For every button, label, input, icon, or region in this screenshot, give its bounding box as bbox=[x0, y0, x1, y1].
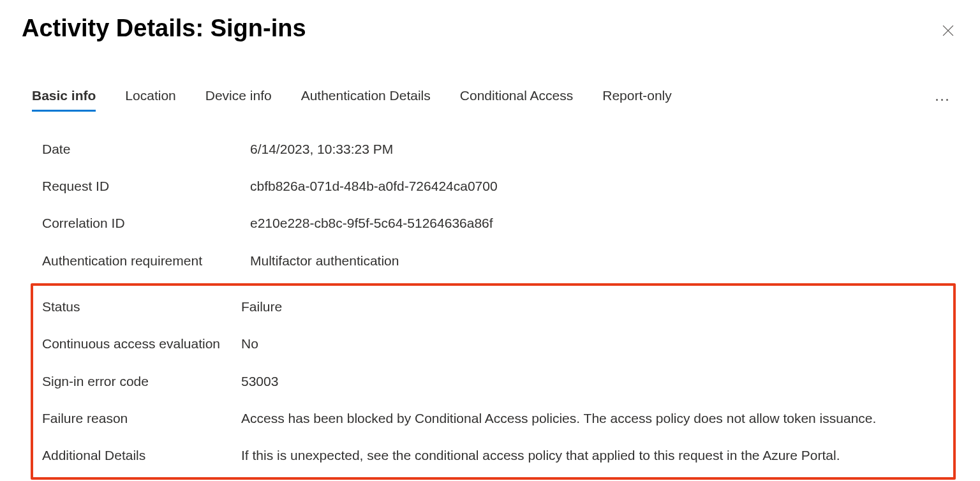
detail-row-date: Date 6/14/2023, 10:33:23 PM bbox=[42, 131, 946, 168]
detail-label: Correlation ID bbox=[42, 214, 250, 232]
detail-value: 6/14/2023, 10:33:23 PM bbox=[250, 140, 946, 158]
page-title: Activity Details: Sign-ins bbox=[22, 14, 306, 43]
ellipsis-icon bbox=[936, 99, 938, 101]
tab-device-info[interactable]: Device info bbox=[205, 88, 272, 112]
detail-row-auth-requirement: Authentication requirement Multifactor a… bbox=[42, 242, 946, 279]
detail-value: If this is unexpected, see the condition… bbox=[241, 447, 944, 464]
detail-value: e210e228-cb8c-9f5f-5c64-51264636a86f bbox=[250, 214, 946, 232]
detail-value: 53003 bbox=[241, 373, 944, 390]
activity-details-panel: Activity Details: Sign-ins Basic info Lo… bbox=[0, 0, 980, 481]
panel-header: Activity Details: Sign-ins bbox=[22, 14, 958, 43]
tab-authentication-details[interactable]: Authentication Details bbox=[301, 88, 431, 112]
detail-row-cae: Continuous access evaluation No bbox=[42, 325, 944, 362]
detail-value: Failure bbox=[241, 298, 944, 316]
tab-location[interactable]: Location bbox=[125, 88, 175, 112]
detail-row-request-id: Request ID cbfb826a-071d-484b-a0fd-72642… bbox=[42, 168, 946, 205]
detail-label: Status bbox=[42, 298, 241, 316]
detail-row-additional-details: Additional Details If this is unexpected… bbox=[42, 437, 944, 474]
detail-value: Access has been blocked by Conditional A… bbox=[241, 410, 944, 427]
close-button[interactable] bbox=[938, 20, 958, 41]
detail-row-error-code: Sign-in error code 53003 bbox=[42, 363, 944, 400]
detail-row-correlation-id: Correlation ID e210e228-cb8c-9f5f-5c64-5… bbox=[42, 205, 946, 242]
detail-label: Sign-in error code bbox=[42, 373, 241, 390]
highlighted-details: Status Failure Continuous access evaluat… bbox=[31, 283, 956, 480]
detail-label: Date bbox=[42, 140, 250, 158]
detail-value: cbfb826a-071d-484b-a0fd-726424ca0700 bbox=[250, 177, 946, 195]
tab-conditional-access[interactable]: Conditional Access bbox=[460, 88, 573, 112]
detail-row-failure-reason: Failure reason Access has been blocked b… bbox=[42, 400, 944, 437]
detail-label: Continuous access evaluation bbox=[42, 335, 241, 353]
tab-report-only[interactable]: Report-only bbox=[602, 88, 672, 112]
close-icon bbox=[942, 25, 954, 36]
detail-row-status: Status Failure bbox=[42, 288, 944, 325]
tabs: Basic info Location Device info Authenti… bbox=[32, 88, 672, 112]
detail-label: Additional Details bbox=[42, 447, 241, 464]
detail-label: Failure reason bbox=[42, 410, 241, 427]
detail-label: Request ID bbox=[42, 177, 250, 195]
detail-value: No bbox=[241, 335, 944, 353]
tabs-overflow-button[interactable] bbox=[932, 96, 952, 103]
detail-value: Multifactor authentication bbox=[250, 252, 946, 270]
tab-basic-info[interactable]: Basic info bbox=[32, 88, 96, 112]
tabs-row: Basic info Location Device info Authenti… bbox=[22, 88, 958, 112]
detail-label: Authentication requirement bbox=[42, 252, 250, 270]
details-list: Date 6/14/2023, 10:33:23 PM Request ID c… bbox=[22, 131, 958, 279]
